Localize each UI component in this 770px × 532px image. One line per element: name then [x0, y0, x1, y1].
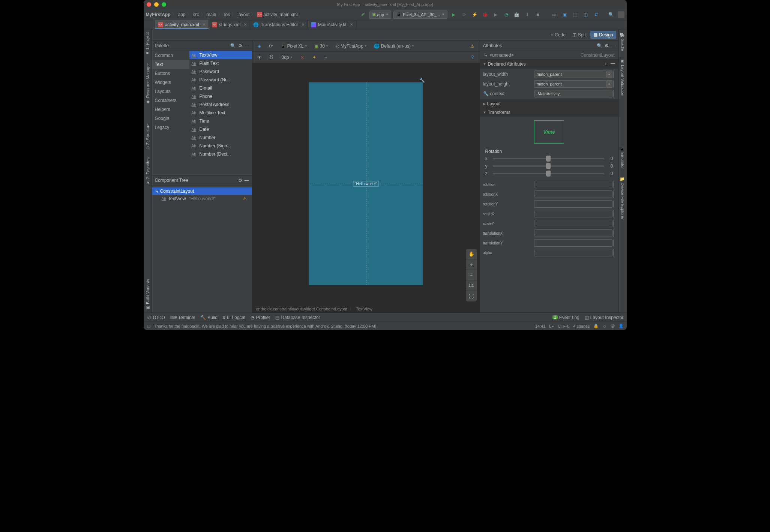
- palette-item[interactable]: AbNumber: [189, 133, 252, 142]
- module-selector[interactable]: ▣app▼: [369, 10, 391, 19]
- cat-legacy[interactable]: Legacy: [152, 123, 189, 132]
- palette-item[interactable]: AbTextView: [189, 51, 252, 59]
- palette-item[interactable]: AbMultiline Text: [189, 109, 252, 117]
- slider-x[interactable]: x0: [480, 155, 618, 162]
- view-mode-design[interactable]: ▦Design: [590, 31, 616, 39]
- attr-input[interactable]: [534, 181, 612, 188]
- infer-constraints-icon[interactable]: ✦: [310, 53, 318, 61]
- gutter-resmgr[interactable]: ◆Resource Manager: [144, 61, 151, 107]
- attr-input[interactable]: [534, 220, 612, 227]
- man-icon[interactable]: 👤: [618, 324, 624, 328]
- zoom-out-icon[interactable]: －: [466, 270, 477, 280]
- stop-icon[interactable]: ■: [534, 10, 542, 19]
- pan-icon[interactable]: ✋: [466, 249, 477, 259]
- eye-icon[interactable]: 👁: [255, 53, 264, 61]
- build-hammer-icon[interactable]: [359, 10, 367, 19]
- palette-item[interactable]: AbTime: [189, 117, 252, 125]
- design-canvas[interactable]: 🔧 "Hello world!" ✋ ＋ － 1:1: [252, 63, 480, 304]
- remove-icon[interactable]: —: [611, 61, 615, 67]
- sdk-icon[interactable]: ▣: [561, 10, 569, 19]
- breadcrumb[interactable]: MyFirstApp〉 app〉 src〉 main〉 res〉 layout〉…: [146, 11, 298, 18]
- gear-icon[interactable]: ⚙: [238, 43, 242, 48]
- gutter-project[interactable]: ■1: Project: [144, 30, 150, 58]
- slider-y[interactable]: y0: [480, 162, 618, 170]
- apply-changes-icon[interactable]: ⟳: [460, 10, 468, 19]
- gutter-build-variants[interactable]: ▣Build Variants: [144, 277, 151, 313]
- profiler-icon[interactable]: ◔: [502, 10, 510, 19]
- zoom-in-icon[interactable]: ＋: [466, 259, 477, 270]
- section-layout[interactable]: ▶Layout: [480, 100, 618, 108]
- guidelines-icon[interactable]: ⟊: [322, 53, 330, 61]
- attach-debugger-icon[interactable]: ⬇: [523, 10, 531, 19]
- margin-select[interactable]: 0dp▾: [279, 54, 294, 61]
- dropdown-icon[interactable]: ▾: [606, 80, 612, 88]
- apply-code-icon[interactable]: ⚡: [471, 10, 479, 19]
- run-button[interactable]: ▶: [450, 10, 458, 19]
- tool-layout-inspector[interactable]: ◫Layout Inspector: [585, 315, 624, 320]
- close-icon[interactable]: ✕: [201, 22, 206, 27]
- tree-root[interactable]: ↳ConstraintLayout: [152, 187, 252, 195]
- device-selector[interactable]: 📱Pixel_3a_API_30_...▼: [393, 10, 447, 19]
- coverage-icon[interactable]: ▶: [492, 10, 500, 19]
- tool-event-log[interactable]: 1Event Log: [552, 315, 579, 320]
- tool-terminal[interactable]: ⌨Terminal: [170, 315, 195, 320]
- home-icon[interactable]: ▢: [147, 324, 150, 328]
- cat-helpers[interactable]: Helpers: [152, 105, 189, 114]
- attr-input[interactable]: [534, 239, 612, 247]
- slider-z[interactable]: z0: [480, 170, 618, 177]
- cat-containers[interactable]: Containers: [152, 96, 189, 105]
- breadcrumb-root[interactable]: MyFirstApp: [146, 12, 171, 17]
- tool-database[interactable]: ▤Database Inspector: [275, 315, 320, 320]
- tool-todo[interactable]: ☑TODO: [147, 315, 165, 320]
- gutter-file-explorer[interactable]: 📁Device File Explorer: [620, 174, 626, 222]
- search-icon[interactable]: 🔍: [607, 10, 615, 19]
- cat-widgets[interactable]: Widgets: [152, 78, 189, 87]
- close-icon[interactable]: ✕: [242, 22, 247, 27]
- debug-icon[interactable]: 🐞: [481, 10, 489, 19]
- palette-item[interactable]: AbPassword (Nu...: [189, 76, 252, 84]
- dropdown-icon[interactable]: ▾: [606, 70, 612, 78]
- attr-input[interactable]: [534, 210, 612, 217]
- status-encoding[interactable]: UTF-8: [558, 324, 569, 328]
- lock-icon[interactable]: 🔒: [593, 324, 599, 328]
- tab-translations[interactable]: 🌐Translations Editor✕: [250, 20, 308, 29]
- orientation-icon[interactable]: ⟳: [267, 42, 275, 50]
- minimize-icon[interactable]: —: [611, 43, 615, 48]
- palette-item[interactable]: AbPassword: [189, 67, 252, 76]
- textview-preview[interactable]: "Hello world!": [353, 181, 379, 187]
- gutter-structure[interactable]: ⊞Z: Structure: [144, 121, 151, 152]
- gutter-favorites[interactable]: ★2: Favorites: [144, 155, 151, 187]
- close-icon[interactable]: ✕: [348, 22, 353, 27]
- device-preview[interactable]: "Hello world!": [309, 82, 423, 285]
- attr-input[interactable]: .MainActivity: [534, 90, 612, 97]
- view-mode-code[interactable]: ≡Code: [548, 31, 569, 39]
- gutter-emulator[interactable]: 📱Emulator: [620, 144, 626, 171]
- clear-constraints-icon[interactable]: ⨯: [298, 53, 306, 61]
- magnet-icon[interactable]: ⛓: [267, 53, 276, 61]
- tab-activity-main[interactable]: <>activity_main.xml✕: [155, 20, 209, 29]
- attr-input[interactable]: [534, 249, 612, 256]
- sync-icon[interactable]: ⇵: [592, 10, 600, 19]
- palette-item[interactable]: AbDate: [189, 125, 252, 133]
- palette-item[interactable]: AbE-mail: [189, 84, 252, 92]
- status-line-sep[interactable]: LF: [549, 324, 554, 328]
- view-mode-split[interactable]: ◫Split: [569, 31, 590, 39]
- cat-text[interactable]: Text: [152, 60, 189, 69]
- tool-profiler[interactable]: ◔Profiler: [251, 315, 270, 320]
- theme-select[interactable]: ◎MyFirstApp▾: [333, 43, 369, 49]
- locale-select[interactable]: 🌐Default (en-us)▾: [372, 43, 416, 49]
- layout-insp-icon[interactable]: ◫: [582, 10, 590, 19]
- close-icon[interactable]: ✕: [300, 22, 305, 27]
- palette-item[interactable]: AbNumber (Sign...: [189, 142, 252, 150]
- gutter-gradle[interactable]: 🐘Gradle: [620, 30, 626, 53]
- status-indent[interactable]: 4 spaces: [573, 324, 590, 328]
- tool-logcat[interactable]: ≡6: Logcat: [223, 315, 245, 320]
- warning-icon[interactable]: ⚠: [470, 43, 477, 49]
- cat-google[interactable]: Google: [152, 114, 189, 123]
- smile-icon[interactable]: ☺: [602, 324, 606, 328]
- surface-icon[interactable]: ◈: [255, 42, 264, 50]
- palette-item[interactable]: AbNumber (Deci...: [189, 150, 252, 158]
- zoom-actual-icon[interactable]: 1:1: [466, 280, 477, 291]
- palette-item[interactable]: AbPhone: [189, 92, 252, 100]
- search-icon[interactable]: 🔍: [597, 43, 602, 48]
